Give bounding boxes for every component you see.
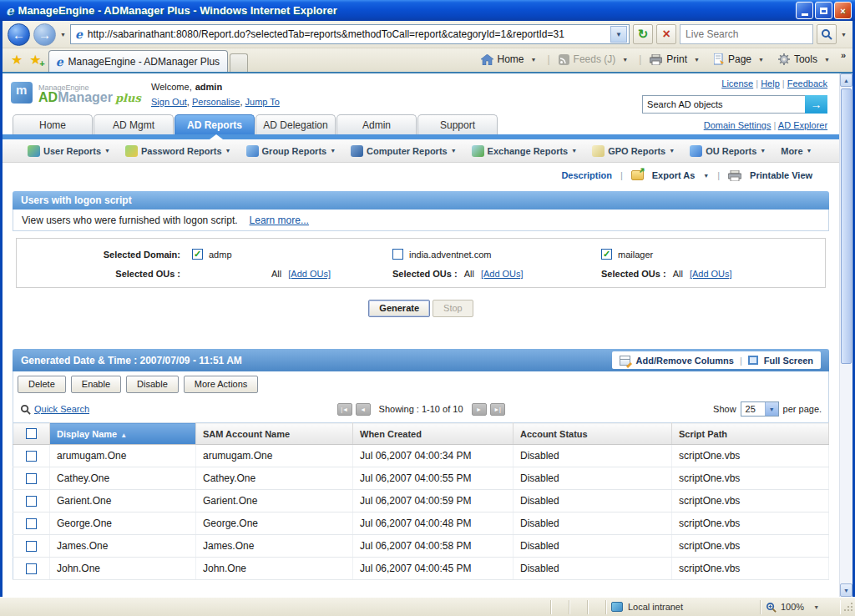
row-checkbox[interactable]: ✓: [26, 541, 37, 552]
add-remove-columns-button[interactable]: Add/Remove Columns: [636, 356, 734, 366]
description-button[interactable]: Description: [561, 170, 612, 180]
favorites-icon[interactable]: ★: [11, 52, 23, 68]
browser-tab[interactable]: e ManageEngine - ADManager Plus: [48, 50, 228, 72]
row-checkbox[interactable]: ✓: [26, 451, 37, 462]
add-ous-link-mailager[interactable]: [Add OUs]: [690, 269, 732, 279]
forward-button[interactable]: →: [33, 23, 56, 46]
quick-search-link[interactable]: Quick Search: [34, 404, 89, 414]
column-script-path[interactable]: Script Path: [672, 423, 829, 445]
domain-settings-link[interactable]: Domain Settings: [704, 120, 772, 130]
first-page-button[interactable]: |◄: [337, 403, 352, 416]
domain-checkbox-mailager[interactable]: ✓: [601, 249, 612, 260]
add-ous-link-india[interactable]: [Add OUs]: [481, 269, 524, 279]
domain-checkbox-india[interactable]: ✓: [392, 249, 403, 260]
new-tab-button[interactable]: [230, 53, 248, 72]
add-ous-link-admp[interactable]: [Add OUs]: [288, 269, 331, 279]
row-checkbox[interactable]: ✓: [26, 473, 37, 484]
next-page-button[interactable]: ►: [472, 403, 487, 416]
scroll-down-icon[interactable]: ▼: [840, 583, 852, 597]
delete-button[interactable]: Delete: [18, 376, 66, 393]
maximize-button[interactable]: [815, 2, 832, 19]
page-dropdown-icon[interactable]: ▼: [756, 57, 766, 63]
close-button[interactable]: ×: [834, 2, 852, 19]
row-checkbox[interactable]: ✓: [26, 563, 37, 574]
disable-button[interactable]: Disable: [126, 376, 179, 393]
row-checkbox[interactable]: ✓: [26, 518, 37, 529]
refresh-button[interactable]: ↻: [633, 24, 653, 44]
column-when-created[interactable]: When Created: [353, 423, 514, 445]
zoom-dropdown-icon[interactable]: ▼: [813, 604, 819, 610]
menu-exchange-reports[interactable]: Exchange Reports▼: [472, 145, 578, 157]
menu-ou-reports[interactable]: OU Reports▼: [690, 145, 766, 157]
row-checkbox[interactable]: ✓: [26, 496, 37, 507]
zoom-control[interactable]: 100% ▼: [761, 600, 840, 614]
tab-admin[interactable]: Admin: [336, 114, 417, 134]
toolbar-overflow-icon[interactable]: »: [839, 50, 849, 68]
tab-ad-delegation[interactable]: AD Delegation: [255, 114, 336, 134]
enable-button[interactable]: Enable: [71, 376, 121, 393]
menu-password-reports[interactable]: Password Reports▼: [125, 145, 231, 157]
column-sam-account-name[interactable]: SAM Account Name: [196, 423, 353, 445]
live-search-input[interactable]: [686, 28, 807, 40]
home-dropdown-icon[interactable]: ▼: [529, 57, 539, 63]
back-button[interactable]: ←: [8, 23, 30, 46]
domain-checkbox-admp[interactable]: ✓: [192, 249, 203, 260]
search-go-button[interactable]: →: [805, 95, 827, 114]
more-actions-button[interactable]: More Actions: [184, 376, 259, 393]
gpo-reports-icon: [592, 145, 605, 157]
tab-home[interactable]: Home: [13, 114, 93, 134]
tab-ad-mgmt[interactable]: AD Mgmt: [94, 114, 174, 134]
zone-label: Local intranet: [628, 602, 683, 612]
menu-group-reports[interactable]: Group Reports▼: [246, 145, 336, 157]
live-search-box[interactable]: [680, 24, 813, 44]
last-page-button[interactable]: ►|: [490, 403, 505, 416]
tab-ad-reports[interactable]: AD Reports: [175, 114, 255, 134]
print-button[interactable]: Print▼: [645, 52, 707, 67]
scrollbar-thumb[interactable]: [841, 88, 852, 364]
full-screen-button[interactable]: Full Screen: [764, 356, 813, 366]
print-dropdown-icon[interactable]: ▼: [691, 57, 702, 63]
zoom-icon: [766, 602, 777, 613]
export-as-button[interactable]: Export As: [652, 170, 696, 180]
url-input[interactable]: [88, 28, 610, 40]
vertical-scrollbar[interactable]: ▲ ▼: [839, 73, 852, 597]
report-panel: Users with logon script View users who w…: [13, 191, 829, 317]
select-all-checkbox[interactable]: ✓: [26, 428, 37, 439]
menu-gpo-reports[interactable]: GPO Reports▼: [592, 145, 675, 157]
history-dropdown-icon[interactable]: ▼: [60, 32, 66, 38]
scroll-up-icon[interactable]: ▲: [840, 73, 852, 87]
feeds-button[interactable]: Feeds (J)▼: [554, 52, 636, 67]
tools-button[interactable]: Tools▼: [773, 52, 837, 67]
sign-out-link[interactable]: Sign Out: [151, 97, 187, 107]
menu-user-reports[interactable]: User Reports▼: [28, 145, 110, 157]
search-options-icon[interactable]: ▼: [841, 32, 847, 38]
tools-dropdown-icon[interactable]: ▼: [822, 57, 832, 63]
home-button[interactable]: Home▼: [476, 52, 544, 67]
ad-explorer-link[interactable]: AD Explorer: [778, 120, 827, 130]
minimize-button[interactable]: [796, 2, 813, 19]
generate-button[interactable]: Generate: [368, 300, 430, 317]
feedback-link[interactable]: Feedback: [787, 78, 827, 88]
learn-more-link[interactable]: Learn more...: [250, 215, 309, 226]
menu-more[interactable]: More▼: [781, 146, 812, 156]
column-display-name[interactable]: Display Name▲: [50, 423, 196, 445]
address-dropdown-icon[interactable]: ▼: [610, 26, 627, 43]
add-favorite-icon[interactable]: ★: [29, 52, 41, 68]
search-ad-objects-input[interactable]: [642, 95, 805, 114]
jump-to-link[interactable]: Jump To: [245, 97, 280, 107]
printable-view-button[interactable]: Printable View: [750, 170, 812, 180]
page-size-select[interactable]: 25 ▼: [741, 401, 779, 417]
personalise-link[interactable]: Personalise: [192, 97, 240, 107]
scrollbar-track[interactable]: [840, 87, 852, 583]
page-button[interactable]: Page▼: [709, 52, 772, 67]
prev-page-button[interactable]: ◄: [356, 403, 371, 416]
tab-support[interactable]: Support: [417, 114, 498, 134]
search-button[interactable]: [817, 24, 837, 44]
menu-computer-reports[interactable]: Computer Reports▼: [351, 145, 457, 157]
license-link[interactable]: License: [721, 78, 753, 88]
column-account-status[interactable]: Account Status: [514, 423, 672, 445]
address-field[interactable]: e ▼: [70, 24, 630, 44]
help-link[interactable]: Help: [761, 78, 780, 88]
stop-button[interactable]: ×: [656, 24, 676, 44]
resize-grip[interactable]: [842, 600, 855, 613]
